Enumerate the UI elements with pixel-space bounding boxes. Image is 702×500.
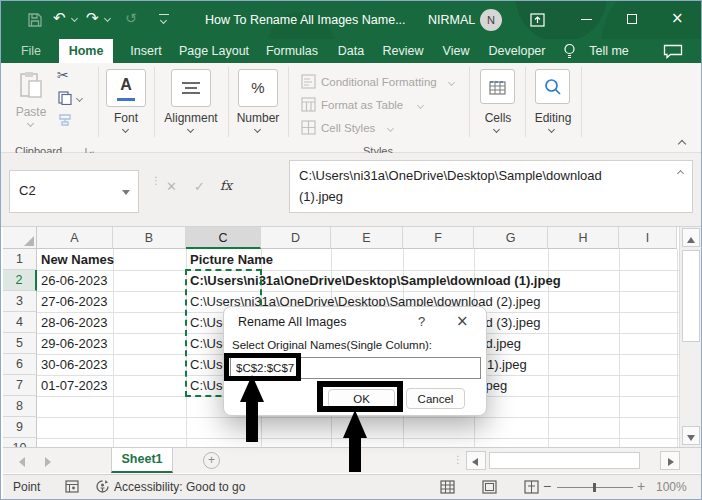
name-box[interactable]: C2 [9,170,139,213]
redo-icon[interactable]: ↷ [86,9,99,27]
col-header-a[interactable]: A [37,227,113,249]
cell-a3[interactable]: 27-06-2023 [41,291,108,312]
editing-group-label[interactable]: Editing [527,111,579,125]
cells-group-label[interactable]: Cells [472,111,524,125]
ribbon-display-options-icon[interactable] [530,13,545,27]
col-header-f[interactable]: F [403,227,474,249]
repeat-icon[interactable]: ↺ [125,10,137,26]
paste-dropdown-icon[interactable] [27,120,34,127]
select-all-corner[interactable] [3,227,37,249]
cells-group-button[interactable] [480,69,515,104]
row-header-10[interactable]: 10 [3,438,37,447]
horizontal-scroll-thumb[interactable] [489,452,640,469]
scroll-up-button[interactable] [682,228,700,247]
name-box-dropdown-icon[interactable] [122,190,130,195]
collapse-ribbon-icon[interactable] [678,140,686,148]
undo-dropdown-icon[interactable] [71,15,78,22]
row-header-1[interactable]: 1 [3,249,37,270]
cell-a4[interactable]: 28-06-2023 [41,312,108,333]
dialog-help-button[interactable]: ? [418,314,425,329]
cell-a5[interactable]: 29-06-2023 [41,333,108,354]
col-header-d[interactable]: D [261,227,331,249]
col-header-i[interactable]: I [619,227,677,249]
undo-icon[interactable]: ↶ [53,9,66,27]
alignment-group-label[interactable]: Alignment [161,111,221,125]
alignment-group-button[interactable] [171,69,211,107]
zoom-slider-thumb[interactable] [593,483,596,492]
col-header-c[interactable]: C [186,227,261,249]
row-header-8[interactable]: 8 [3,396,37,417]
save-icon[interactable] [28,13,42,27]
vertical-scrollbar[interactable] [679,227,701,447]
accessibility-icon[interactable] [95,479,110,494]
cell-styles-button[interactable]: Cell Styles [321,122,375,134]
col-header-h[interactable]: H [548,227,619,249]
vertical-scroll-thumb[interactable] [682,250,700,342]
tab-data[interactable]: Data [329,39,373,63]
cancel-button[interactable]: Cancel [406,388,465,409]
cell-a6[interactable]: 30-06-2023 [41,354,108,375]
row-header-2[interactable]: 2 [3,270,37,291]
avatar[interactable]: N [480,9,502,31]
normal-view-icon[interactable] [440,480,455,494]
tab-home[interactable]: Home [59,39,113,63]
customize-qat-icon[interactable] [159,14,169,15]
row-header-9[interactable]: 9 [3,417,37,438]
scrollbar-splitter[interactable]: ⋮ [453,454,463,465]
row-header-5[interactable]: 5 [3,333,37,354]
number-group-button[interactable]: % [238,69,278,107]
hscroll-left-button[interactable] [466,451,486,470]
tab-insert[interactable]: Insert [121,39,171,63]
dialog-close-button[interactable]: × [456,312,469,330]
enter-icon[interactable]: ✓ [194,179,205,194]
cell-a1[interactable]: New Names [41,249,114,270]
conditional-formatting-button[interactable]: Conditional Formatting [321,76,437,88]
minimize-button[interactable] [581,19,592,20]
tab-developer[interactable]: Developer [481,39,553,63]
sheet-tab-sheet1[interactable]: Sheet1 [111,448,173,473]
copy-dropdown-icon[interactable] [76,95,83,102]
close-button[interactable]: × [671,9,684,27]
scroll-down-button[interactable] [682,426,700,445]
accessibility-status[interactable]: Accessibility: Good to go [114,480,245,494]
zoom-out-button[interactable]: − [543,478,551,494]
maximize-button[interactable] [627,14,637,24]
format-as-table-button[interactable]: Format as Table [321,99,403,111]
page-layout-view-icon[interactable] [482,480,497,494]
tab-review[interactable]: Review [377,39,429,63]
tab-view[interactable]: View [433,39,479,63]
format-painter-icon[interactable] [58,113,72,127]
tab-tell-me[interactable]: Tell me [583,39,635,63]
sheet-nav-left-icon[interactable] [19,457,25,467]
row-header-3[interactable]: 3 [3,291,37,312]
col-header-g[interactable]: G [474,227,548,249]
formula-input[interactable]: C:\Users\ni31a\OneDrive\Desktop\Sample\d… [289,160,693,213]
formula-bar-splitter[interactable]: ⋮ [151,177,161,185]
col-header-e[interactable]: E [331,227,403,249]
tab-page-layout[interactable]: Page Layout [175,39,253,63]
number-group-label[interactable]: Number [230,111,286,125]
macro-record-icon[interactable] [65,480,79,493]
paste-icon[interactable] [19,71,43,99]
col-header-b[interactable]: B [113,227,186,249]
row-header-6[interactable]: 6 [3,354,37,375]
tab-formulas[interactable]: Formulas [259,39,325,63]
row-header-7[interactable]: 7 [3,375,37,396]
redo-dropdown-icon[interactable] [104,15,111,22]
row-header-4[interactable]: 4 [3,312,37,333]
font-group-button[interactable]: A [106,69,146,107]
paste-button[interactable]: Paste [11,105,51,119]
comments-icon[interactable] [663,44,683,59]
cut-icon[interactable]: ✂ [57,67,69,83]
font-group-label[interactable]: Font [98,111,154,125]
sheet-nav-right-icon[interactable] [45,457,51,467]
zoom-level[interactable]: 100% [656,480,687,494]
formula-bar-collapse-icon[interactable] [677,170,684,177]
page-break-view-icon[interactable] [524,480,539,494]
cell-c1[interactable]: Picture Name [190,249,273,270]
add-sheet-button[interactable]: + [203,452,220,469]
editing-group-button[interactable] [535,69,570,104]
account-name[interactable]: NIRMAL [428,1,475,39]
cancel-entry-icon[interactable]: ✕ [166,179,177,194]
hscroll-right-button[interactable] [660,451,680,470]
